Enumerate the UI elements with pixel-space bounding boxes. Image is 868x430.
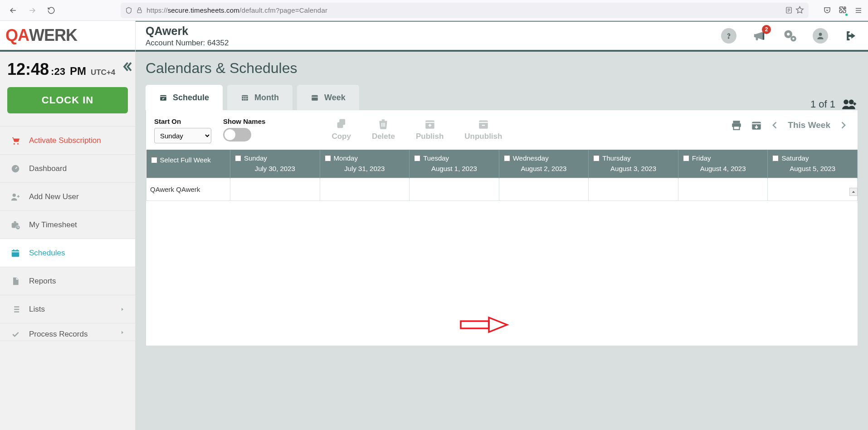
collapse-sidebar-button[interactable] — [120, 60, 133, 73]
chevron-right-icon — [120, 307, 125, 312]
annotation-arrow-icon — [460, 316, 510, 334]
svg-rect-25 — [733, 121, 740, 123]
col-tuesday[interactable]: Tuesday August 1, 2023 — [410, 150, 499, 178]
svg-point-15 — [819, 33, 822, 36]
show-names-toggle[interactable] — [223, 128, 251, 142]
announcements-button[interactable]: 2 — [751, 28, 767, 44]
select-full-week-checkbox[interactable] — [151, 157, 157, 163]
cell-mon[interactable] — [320, 178, 410, 201]
sidebar-item-schedules[interactable]: Schedules — [0, 239, 135, 267]
cell-thu[interactable] — [589, 178, 678, 201]
delete-button[interactable]: Delete — [372, 117, 395, 141]
sidebar-item-label: Lists — [29, 305, 45, 314]
this-week-button[interactable]: This Week — [786, 120, 832, 130]
logout-button[interactable] — [843, 28, 859, 44]
sidebar-item-activate-subscription[interactable]: Activate Subscription — [0, 126, 135, 154]
scroll-up-icon[interactable] — [849, 188, 858, 196]
publish-button[interactable]: Publish — [416, 117, 444, 141]
app-menu-icon[interactable] — [854, 6, 863, 15]
document-icon — [10, 276, 21, 286]
profile-button[interactable] — [813, 28, 828, 44]
lock-icon — [136, 7, 143, 14]
sidebar-item-label: Dashboard — [29, 164, 67, 173]
svg-rect-18 — [312, 95, 318, 101]
people-counter: 1 of 1 — [810, 98, 835, 110]
extensions-icon[interactable] — [839, 6, 847, 15]
chevron-right-icon — [120, 330, 125, 335]
add-users-button[interactable] — [842, 98, 857, 110]
sidebar: QAWERK 12:48:23 PM UTC+4 CLOCK IN Activa… — [0, 21, 136, 430]
address-bar[interactable]: https://secure.timesheets.com/default.cf… — [121, 3, 809, 18]
svg-rect-16 — [160, 95, 166, 101]
cell-tue[interactable] — [410, 178, 499, 201]
help-button[interactable] — [721, 28, 736, 44]
cell-sun[interactable] — [230, 178, 320, 201]
reader-icon[interactable] — [785, 6, 793, 14]
person-plus-icon — [10, 192, 21, 202]
col-monday[interactable]: Monday July 31, 2023 — [320, 150, 410, 178]
employee-name-cell[interactable]: QAwerk QAwerk — [146, 178, 230, 201]
account-number: Account Number: 64352 — [146, 39, 229, 48]
start-on-select[interactable]: Sunday — [154, 128, 211, 143]
next-week-button[interactable] — [837, 118, 849, 132]
clock-in-button[interactable]: CLOCK IN — [7, 87, 128, 113]
star-icon[interactable] — [795, 6, 804, 15]
browser-toolbar: https://secure.timesheets.com/default.cf… — [0, 0, 868, 21]
sidebar-item-reports[interactable]: Reports — [0, 267, 135, 295]
copy-button[interactable]: Copy — [332, 117, 351, 141]
svg-point-2 — [14, 143, 15, 144]
sidebar-nav: Activate Subscription Dashboard Add New … — [0, 126, 135, 341]
cell-fri[interactable] — [678, 178, 768, 201]
svg-point-3 — [17, 143, 19, 144]
calendar-week-icon — [311, 93, 319, 102]
svg-rect-22 — [337, 122, 343, 128]
sidebar-item-dashboard[interactable]: Dashboard — [0, 154, 135, 182]
unpublish-button[interactable]: Unpublish — [464, 117, 502, 141]
current-time: 12:48:23 PM UTC+4 — [7, 60, 128, 79]
settings-button[interactable] — [782, 28, 798, 44]
calendar-icon — [10, 248, 21, 258]
table-row: QAwerk QAwerk — [146, 178, 858, 201]
pocket-icon[interactable] — [823, 6, 831, 15]
sidebar-item-add-user[interactable]: Add New User — [0, 182, 135, 210]
col-sunday[interactable]: Sunday July 30, 2023 — [230, 150, 320, 178]
print-button[interactable] — [729, 117, 744, 133]
show-names-label: Show Names — [223, 117, 265, 125]
col-saturday[interactable]: Saturday August 5, 2023 — [768, 150, 858, 178]
sidebar-item-label: Add New User — [29, 192, 79, 201]
schedule-table: Select Full Week Sunday July 30, 2023 Mo… — [146, 150, 858, 201]
sidebar-item-label: Schedules — [29, 249, 65, 258]
export-button[interactable] — [749, 117, 764, 133]
prev-week-button[interactable] — [769, 118, 781, 132]
svg-point-19 — [844, 99, 848, 104]
cell-sat[interactable] — [768, 178, 858, 201]
briefcase-clock-icon — [10, 220, 21, 230]
col-wednesday[interactable]: Wednesday August 2, 2023 — [499, 150, 589, 178]
col-select-week[interactable]: Select Full Week — [146, 150, 230, 178]
url-text: https://secure.timesheets.com/default.cf… — [146, 6, 327, 14]
sidebar-item-process-records[interactable]: Process Records — [0, 323, 135, 341]
svg-point-14 — [792, 38, 794, 39]
col-thursday[interactable]: Thursday August 3, 2023 — [589, 150, 678, 178]
back-button[interactable] — [5, 3, 21, 18]
sidebar-item-lists[interactable]: Lists — [0, 295, 135, 323]
tab-month[interactable]: Month — [227, 85, 293, 110]
tabs: Schedule Month Week 1 of 1 — [136, 85, 868, 110]
tab-schedule[interactable]: Schedule — [146, 85, 223, 110]
forward-button[interactable] — [24, 3, 40, 18]
tab-week[interactable]: Week — [297, 85, 359, 110]
shield-icon — [125, 7, 132, 14]
svg-rect-0 — [137, 10, 141, 13]
col-friday[interactable]: Friday August 4, 2023 — [678, 150, 768, 178]
svg-point-5 — [13, 193, 16, 196]
schedule-panel: Start On Sunday Show Names Copy — [146, 110, 858, 346]
sidebar-item-label: Reports — [29, 277, 56, 286]
page-title: Calendars & Schedules — [136, 52, 868, 85]
start-on-label: Start On — [154, 117, 211, 125]
cell-wed[interactable] — [499, 178, 589, 201]
sidebar-item-my-timesheet[interactable]: My Timesheet — [0, 210, 135, 239]
app-header: QAwerk Account Number: 64352 2 — [136, 21, 868, 52]
cart-icon — [10, 136, 21, 146]
list-icon — [10, 304, 21, 314]
reload-button[interactable] — [44, 3, 59, 18]
